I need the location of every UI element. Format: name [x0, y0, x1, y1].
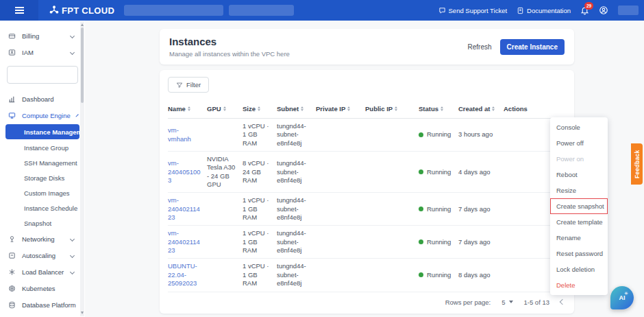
topbar-dropdown-1[interactable] [124, 5, 223, 16]
autoscaling-icon [8, 252, 16, 259]
cell-created-at: 8 days ago [458, 271, 504, 279]
running-dot-icon [419, 239, 423, 244]
rows-per-page-select[interactable]: 5 [501, 298, 512, 306]
cell-subnet: tungnd44-subnet-e8nf4e8j [277, 196, 316, 222]
caret-down-icon [509, 301, 513, 303]
column-header-gpu[interactable]: GPU [207, 105, 243, 113]
sidebar-item-compute-engine[interactable]: Compute Engine [0, 107, 85, 124]
status-badge: Running [419, 168, 458, 176]
menu-item-lock-deletion[interactable]: Lock deletion [550, 261, 608, 277]
brand-logo: FPT CLOUD [49, 5, 114, 16]
user-avatar-button[interactable] [599, 5, 608, 15]
page-subtitle: Manage all instances within the VPC here [169, 50, 290, 58]
sidebar-item-instance-group[interactable]: Instance Group [0, 140, 85, 155]
user-icon [599, 5, 608, 15]
menu-item-create-template[interactable]: Create template [550, 214, 608, 230]
scroll-up-icon[interactable] [81, 23, 84, 26]
menu-item-power-off[interactable]: Power off [550, 135, 608, 151]
scroll-down-icon[interactable] [81, 312, 84, 314]
column-header-subnet[interactable]: Subnet [277, 105, 316, 113]
pagination-range: 1-5 of 13 [524, 298, 550, 306]
feedback-tab[interactable]: Feedback [631, 143, 643, 185]
menu-item-resize[interactable]: Resize [550, 183, 608, 198]
instances-table-card: Filter Name GPU Size Subnet Private IP P… [160, 70, 574, 314]
sidebar-item-load-balancer[interactable]: Load Balancer [0, 263, 85, 280]
cell-subnet: tungnd44-subnet-e8nf4e8j [277, 229, 316, 255]
cell-size: 1 vCPU · 1 GB RAM [243, 229, 277, 255]
sidebar-scrollbar[interactable] [80, 21, 84, 316]
table-row: UBUNTU-22.04-25092023 1 vCPU · 1 GB RAM … [168, 259, 566, 292]
filter-button[interactable]: Filter [168, 77, 209, 93]
sidebar-item-snapshot[interactable]: Snapshot [0, 215, 85, 231]
table-header-row: Name GPU Size Subnet Private IP Public I… [168, 101, 566, 119]
top-bar: FPT CLOUD Send Support Ticket Documen [0, 0, 644, 21]
ai-assistant-button[interactable]: ✳ AI [610, 286, 634, 309]
fpt-star-icon [49, 5, 59, 15]
status-badge: Running [419, 271, 458, 279]
sidebar-item-storage-disks[interactable]: Storage Disks [0, 170, 85, 185]
menu-item-delete[interactable]: Delete [550, 277, 608, 293]
column-header-name[interactable]: Name [168, 105, 207, 113]
column-header-created-at[interactable]: Created at [458, 105, 504, 113]
sidebar-item-dashboard[interactable]: Dashboard [0, 91, 85, 107]
send-support-ticket-link[interactable]: Send Support Ticket [438, 7, 508, 14]
column-header-public-ip[interactable]: Public IP [365, 105, 419, 113]
sidebar-item-kubernetes[interactable]: Kubernetes [0, 280, 85, 296]
sort-icon [395, 106, 397, 112]
filter-funnel-icon [176, 82, 183, 89]
instance-name-link[interactable]: UBUNTU-22.04-25092023 [168, 262, 207, 287]
page-title: Instances [169, 36, 290, 47]
column-header-private-ip[interactable]: Private IP [316, 105, 365, 113]
column-header-size[interactable]: Size [243, 105, 277, 113]
refresh-button[interactable]: Refresh [468, 43, 492, 51]
previous-page-icon[interactable] [560, 299, 565, 305]
sidebar-item-billing[interactable]: Billing [0, 27, 85, 44]
instance-name-link[interactable]: vm-24040211423 [168, 196, 207, 222]
status-badge: Running [419, 130, 458, 139]
running-dot-icon [419, 272, 423, 277]
menu-item-rename[interactable]: Rename [550, 230, 608, 246]
support-chat-icon [438, 7, 446, 14]
pagination: Rows per page: 5 1-5 of 13 [168, 292, 566, 314]
menu-item-create-snapshot[interactable]: Create snapshot [550, 198, 608, 214]
sidebar-selector[interactable] [7, 66, 78, 84]
sidebar-item-database-platform[interactable]: Database Platform [0, 296, 85, 313]
cell-gpu: NVIDIA Tesla A30 - 24 GB GPU [207, 155, 243, 189]
load-balancer-icon [8, 268, 16, 276]
menu-item-reset-password[interactable]: Reset password [550, 246, 608, 261]
cell-subnet: tungnd44-subnet-e8nf4e8j [277, 159, 316, 185]
notifications-button[interactable]: 29 [580, 6, 589, 15]
sidebar-item-iam[interactable]: IAM [0, 44, 85, 60]
sidebar-item-monitoring[interactable]: Monitoring [0, 313, 85, 317]
sort-icon [301, 106, 304, 112]
instance-name-link[interactable]: vm-vmhanh [168, 126, 207, 143]
user-name-box[interactable] [618, 5, 639, 15]
cell-size: 1 vCPU · 1 GB RAM [243, 196, 277, 222]
sort-icon [223, 106, 226, 112]
brand-name: FPT CLOUD [62, 5, 114, 16]
cell-size: 1 vCPU · 1 GB RAM [243, 262, 277, 287]
cell-created-at: 7 days ago [458, 238, 504, 246]
scrollbar-thumb[interactable] [81, 27, 84, 103]
sidebar-item-networking[interactable]: Networking [0, 231, 85, 247]
topbar-dropdown-2[interactable] [229, 5, 294, 16]
column-header-status[interactable]: Status [419, 105, 458, 113]
hamburger-menu-icon[interactable] [0, 0, 38, 21]
notification-badge: 29 [584, 2, 593, 10]
instance-name-link[interactable]: vm-2404051003 [168, 159, 207, 185]
sidebar-item-autoscaling[interactable]: Autoscaling [0, 247, 85, 263]
documentation-link[interactable]: Documentation [517, 7, 571, 14]
dashboard-icon [8, 95, 16, 103]
networking-icon [8, 235, 16, 243]
create-instance-button[interactable]: Create Instance [500, 39, 565, 55]
instance-name-link[interactable]: vm-24040211423 [168, 229, 207, 255]
iam-icon [8, 49, 16, 56]
menu-item-reboot[interactable]: Reboot [550, 167, 608, 183]
sidebar-item-instance-management[interactable]: Instance Management [5, 124, 79, 139]
menu-item-console[interactable]: Console [550, 119, 608, 135]
sidebar-item-ssh-management[interactable]: SSH Management [0, 155, 85, 170]
sort-icon [492, 106, 495, 112]
compute-engine-icon [8, 112, 16, 119]
sidebar-item-custom-images[interactable]: Custom Images [0, 185, 85, 200]
sidebar-item-instance-schedule[interactable]: Instance Schedule [0, 200, 85, 215]
